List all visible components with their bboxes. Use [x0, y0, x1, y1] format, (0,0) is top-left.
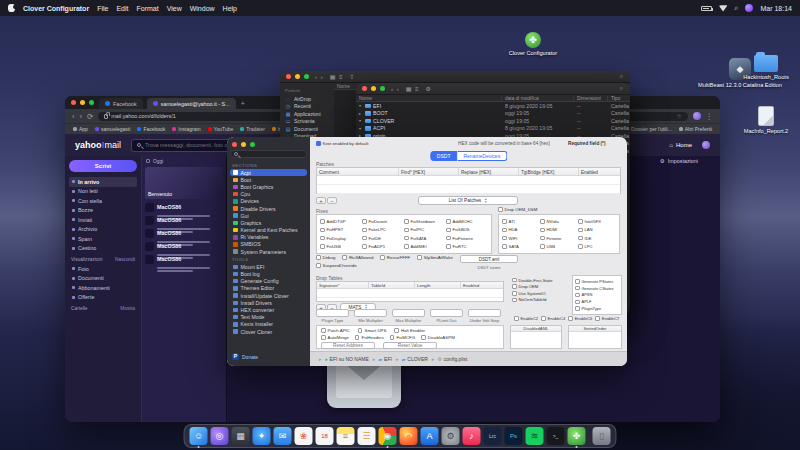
column-header-size[interactable]: Dimensioni [574, 96, 608, 101]
ssdt-field-input[interactable] [392, 309, 425, 317]
close-button[interactable] [362, 86, 367, 91]
dock-icon[interactable]: Ps [505, 427, 523, 445]
clover-sidebar-item[interactable]: Boot Graphics [230, 183, 307, 190]
ssdt-checkbox[interactable]: Use SystemIO [512, 291, 566, 296]
view-item[interactable]: Foto [69, 264, 137, 274]
donate-button[interactable]: P Donate [230, 351, 307, 362]
ssdt-field-input[interactable] [430, 309, 463, 317]
clover-sidebar-item[interactable]: System Parameters [230, 248, 307, 255]
fix-checkbox[interactable]: FixSATA [404, 236, 446, 241]
bookmark-item[interactable]: samuelegasti [95, 126, 130, 132]
clover-sidebar-item[interactable]: Boot [230, 176, 307, 183]
generate-option-checkbox[interactable]: APSN [575, 292, 619, 297]
dock-icon[interactable]: Lrc [484, 427, 502, 445]
clover-sidebar-item[interactable]: SMBIOS [230, 241, 307, 248]
desktop-icon-hackintosh-roots[interactable]: Hackintosh_Roots [736, 55, 796, 81]
oem-checkbox[interactable]: WIFI [502, 236, 540, 241]
view-mode-buttons[interactable]: ▦ ≡ [330, 73, 344, 80]
battery-icon[interactable] [701, 6, 712, 11]
zoom-button[interactable] [304, 74, 309, 79]
oem-checkbox[interactable]: NVidia [540, 219, 578, 224]
reload-button[interactable]: ⟳ [87, 112, 93, 121]
dock-icon[interactable]: 18 [316, 427, 334, 445]
dock-icon[interactable]: ✉ [274, 427, 292, 445]
browser-menu-icon[interactable]: ⋮ [706, 112, 714, 121]
settings-link[interactable]: Impostazioni [668, 158, 698, 164]
forward-button[interactable]: › [80, 112, 83, 121]
ssdt-field-input[interactable] [354, 309, 387, 317]
col-replace[interactable]: Replace [HEX] [459, 168, 519, 175]
mail-folder-item[interactable]: Cestino [69, 244, 137, 254]
mail-folder-item[interactable]: Archivio [69, 225, 137, 235]
ssdt-checkbox[interactable]: Double-First-State [512, 278, 566, 283]
menu-item[interactable]: Edit [116, 5, 128, 12]
bookmark-item[interactable]: Tradater [240, 126, 265, 132]
rename-devices-tab[interactable]: RenameDevices [457, 151, 507, 161]
dock-icon[interactable]: ✤ [568, 427, 586, 445]
zoom-button[interactable] [89, 100, 94, 105]
dock-icon[interactable]: ☰ [358, 427, 376, 445]
clover-sidebar-item[interactable]: Clover Cloner [230, 328, 307, 335]
fix-checkbox[interactable]: FixDarwin [362, 219, 404, 224]
bookmark-item[interactable]: YouTube [208, 126, 234, 132]
mail-folder-item[interactable]: Con stella [69, 196, 137, 206]
col-length[interactable]: Length [415, 282, 461, 288]
menu-app-name[interactable]: Clover Configurator [23, 5, 89, 12]
disabled-aml-panel[interactable]: DisabledAML [510, 325, 562, 349]
reset-value-field[interactable] [383, 342, 437, 349]
close-button[interactable] [71, 100, 76, 105]
bookmark-item[interactable]: Instagram [172, 126, 200, 132]
reset-address-field[interactable] [321, 342, 375, 349]
fix-checkbox[interactable]: FixShutdown [404, 219, 446, 224]
mail-folder-item[interactable]: In arrivo [69, 177, 137, 187]
finder-file-row[interactable]: ▸ BOOT oggi 19:05 -- Cartella [356, 110, 630, 118]
views-toggle-link[interactable]: Nascondi [115, 257, 135, 262]
fix-checkbox[interactable]: FixMCFG [390, 335, 415, 340]
col-enabled[interactable]: Enabled [579, 168, 620, 175]
clover-sidebar-item[interactable]: Acpi [230, 169, 307, 176]
share-button[interactable]: ⇧ [350, 73, 356, 80]
desktop-icon-clover-configurator[interactable]: ✤ Clover Configurator [502, 32, 564, 57]
finder-sidebar-item[interactable]: ▦ Applicazioni [283, 110, 331, 118]
action-menu-button[interactable]: ⚙ [426, 85, 432, 92]
zoom-button[interactable] [250, 142, 255, 147]
desktop-icon-macinfo-report[interactable]: MacInfo_Report.2 [736, 106, 796, 135]
search-icon[interactable]: ⌕ [620, 73, 624, 80]
column-header-name[interactable]: Nome [356, 96, 502, 101]
close-button[interactable] [232, 142, 237, 147]
clover-sidebar-item[interactable]: Boot log [230, 270, 307, 277]
enable-c-checkbox[interactable]: EnableC4 [541, 316, 565, 321]
dock-icon[interactable]: ≋ [526, 427, 544, 445]
dock-icon[interactable]: ☺ [190, 427, 208, 445]
generate-option-checkbox[interactable]: Generate PStates [575, 279, 619, 284]
ssdt-field-input[interactable] [316, 309, 349, 317]
oem-checkbox[interactable]: LPC [578, 244, 616, 249]
dock-icon[interactable] [589, 428, 590, 444]
mail-folder-item[interactable]: Bozze [69, 206, 137, 216]
menu-item[interactable]: File [97, 5, 108, 12]
menu-item[interactable]: Format [136, 5, 158, 12]
close-button[interactable] [286, 74, 291, 79]
generate-option-checkbox[interactable]: Generate CStates [575, 286, 619, 291]
fix-checkbox[interactable]: AddDTGP [320, 219, 362, 224]
fix-checkbox[interactable]: DisableASPM [421, 335, 455, 340]
clover-sidebar-item[interactable]: Devices [230, 198, 307, 205]
finder-sidebar-item[interactable]: ▭ Scrivania [283, 118, 331, 126]
oem-checkbox[interactable]: IntelGFX [578, 219, 616, 224]
fix-checkbox[interactable]: FixUSB [320, 244, 362, 249]
folders-toggle-link[interactable]: Mostra [120, 306, 135, 311]
clover-sidebar-item[interactable]: Disable Drivers [230, 205, 307, 212]
zoom-button[interactable] [380, 86, 385, 91]
oem-checkbox[interactable]: HDA [502, 227, 540, 232]
mail-folder-item[interactable]: Inviati [69, 215, 137, 225]
drop-oem-dsm-checkbox[interactable]: Drop OEM_DSM [498, 207, 537, 212]
add-patch-button[interactable]: + [316, 197, 326, 204]
dock-icon[interactable]: ♪ [463, 427, 481, 445]
clover-sidebar-item[interactable]: Graphics [230, 219, 307, 226]
finder-title-bar[interactable]: ‹ › ▦ ≡ ⇧ ⌕ [280, 71, 630, 83]
finder-file-row[interactable]: ▾ ACPI 8 giugno 2020 19:05 -- Cartella [356, 125, 630, 133]
profile-avatar[interactable] [693, 112, 701, 120]
apple-menu-icon[interactable] [8, 4, 15, 12]
apic-checkbox[interactable]: Halt Enabler [394, 328, 425, 333]
bookmark-item[interactable]: Facebook [137, 126, 165, 132]
